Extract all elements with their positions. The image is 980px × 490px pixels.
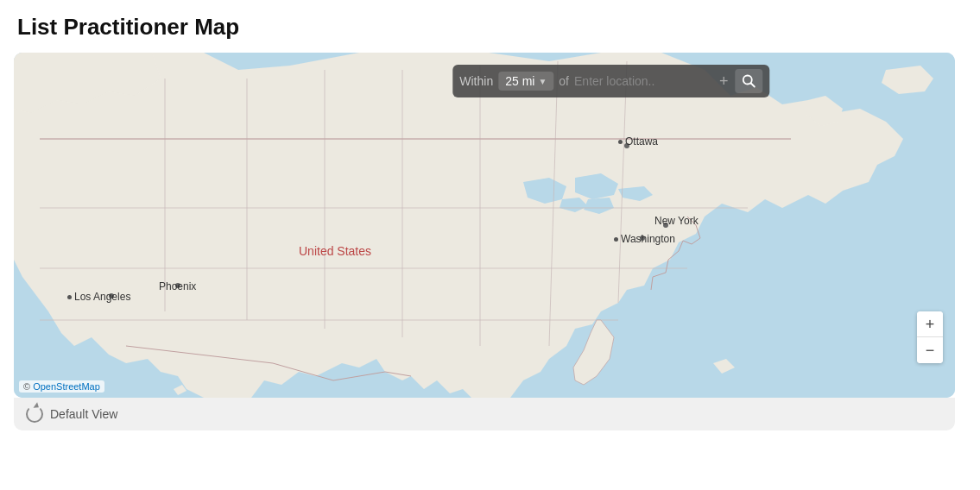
within-label: Within bbox=[459, 74, 493, 88]
svg-point-12 bbox=[663, 223, 668, 228]
svg-line-17 bbox=[751, 84, 755, 87]
svg-point-15 bbox=[175, 283, 180, 288]
search-button[interactable] bbox=[736, 69, 763, 93]
page-title: List Practitioner Map bbox=[14, 14, 966, 41]
refresh-icon bbox=[26, 405, 43, 423]
chevron-down-icon: ▼ bbox=[538, 77, 547, 86]
of-label: of bbox=[559, 74, 569, 88]
svg-point-14 bbox=[109, 293, 114, 298]
zoom-in-button[interactable]: + bbox=[917, 311, 943, 337]
zoom-controls: + − bbox=[917, 311, 943, 363]
map-container: Ottawa New York Washington Los Angeles P… bbox=[14, 53, 955, 398]
svg-point-11 bbox=[624, 143, 629, 148]
distance-select[interactable]: 25 mi ▼ bbox=[498, 72, 553, 91]
location-input[interactable] bbox=[574, 74, 712, 88]
map-svg bbox=[14, 53, 955, 398]
attribution-prefix: © bbox=[23, 381, 33, 392]
osm-attribution: © OpenStreetMap bbox=[19, 380, 104, 393]
svg-point-13 bbox=[640, 236, 645, 241]
distance-value: 25 mi bbox=[505, 74, 534, 88]
search-bar: Within 25 mi ▼ of + bbox=[452, 65, 769, 97]
osm-link[interactable]: OpenStreetMap bbox=[33, 381, 100, 392]
search-icon bbox=[743, 74, 756, 88]
map-footer: Default View bbox=[14, 398, 955, 430]
zoom-out-button[interactable]: − bbox=[917, 337, 943, 363]
add-location-button[interactable]: + bbox=[718, 73, 730, 89]
default-view-label: Default View bbox=[50, 407, 117, 421]
